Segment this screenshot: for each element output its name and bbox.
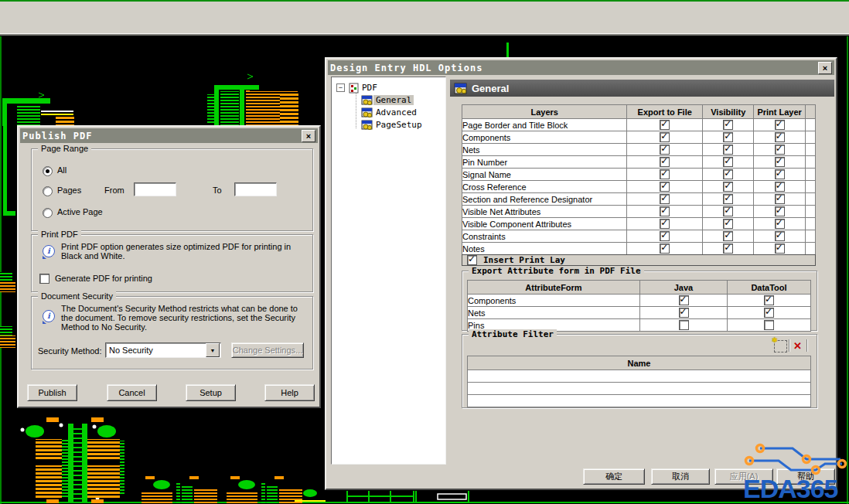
attribute-filter-group: Attribute Filter ✕ Name bbox=[462, 334, 817, 408]
checkbox[interactable] bbox=[723, 145, 733, 155]
page-range-active-radio[interactable] bbox=[43, 208, 53, 218]
checkbox-cell bbox=[627, 181, 703, 193]
table-row[interactable]: Components bbox=[462, 131, 816, 144]
checkbox-cell bbox=[754, 119, 805, 131]
checkbox[interactable] bbox=[679, 308, 689, 318]
checkbox[interactable] bbox=[679, 320, 689, 330]
table-row[interactable]: Cross Reference bbox=[462, 181, 816, 193]
checkbox[interactable] bbox=[723, 169, 733, 179]
checkbox-cell bbox=[703, 119, 754, 131]
checkbox-cell bbox=[754, 181, 805, 193]
checkbox[interactable] bbox=[660, 145, 670, 155]
checkbox[interactable] bbox=[775, 219, 785, 229]
checkbox[interactable] bbox=[723, 243, 733, 254]
tree-collapse-icon[interactable]: − bbox=[336, 83, 345, 92]
checkbox[interactable] bbox=[775, 120, 785, 130]
spacer-cell bbox=[805, 144, 815, 156]
checkbox[interactable] bbox=[723, 231, 733, 241]
empty-filter-row[interactable] bbox=[468, 370, 811, 383]
cancel-button[interactable]: Cancel bbox=[107, 384, 157, 401]
table-row[interactable]: Notes bbox=[462, 243, 816, 255]
checkbox[interactable] bbox=[775, 182, 785, 192]
checkbox[interactable] bbox=[679, 295, 689, 305]
change-settings-button[interactable]: Change Settings... bbox=[231, 342, 304, 358]
tree-item-general[interactable]: General bbox=[361, 94, 414, 106]
page-range-pages-radio[interactable] bbox=[43, 186, 53, 196]
checkbox[interactable] bbox=[775, 231, 785, 241]
checkbox[interactable] bbox=[723, 120, 733, 130]
setup-button[interactable]: Setup bbox=[186, 384, 236, 401]
checkbox[interactable] bbox=[660, 182, 670, 192]
generate-pdf-checkbox[interactable] bbox=[39, 274, 49, 284]
empty-cell bbox=[468, 370, 811, 383]
table-row[interactable]: Visible Component Attributes bbox=[462, 218, 816, 230]
options-title: Design Entry HDL Options bbox=[330, 63, 482, 73]
publish-close-button[interactable]: × bbox=[302, 130, 315, 142]
table-row[interactable]: Signal Name bbox=[462, 169, 816, 181]
tree-root-pdf[interactable]: − PDF bbox=[336, 82, 380, 94]
checkbox[interactable] bbox=[723, 132, 733, 142]
insert-print-label: Insert Print Lay bbox=[483, 255, 565, 265]
close-icon: × bbox=[306, 132, 311, 140]
table-row[interactable]: Constraints bbox=[462, 230, 816, 243]
checkbox-cell bbox=[754, 206, 805, 218]
checkbox[interactable] bbox=[775, 169, 785, 179]
checkbox[interactable] bbox=[723, 219, 733, 229]
checkbox[interactable] bbox=[764, 295, 774, 305]
checkbox[interactable] bbox=[764, 308, 774, 318]
from-input[interactable] bbox=[134, 182, 176, 196]
checkbox[interactable] bbox=[723, 194, 733, 204]
layer-name: Constraints bbox=[462, 230, 627, 243]
insert-print-checkbox[interactable] bbox=[467, 255, 477, 265]
checkbox[interactable] bbox=[660, 157, 670, 167]
cancel-button[interactable]: 取消 bbox=[651, 468, 710, 485]
checkbox[interactable] bbox=[660, 206, 670, 216]
checkbox[interactable] bbox=[775, 145, 785, 155]
empty-filter-row[interactable] bbox=[468, 383, 811, 395]
checkbox[interactable] bbox=[660, 231, 670, 241]
table-row[interactable]: Page Border and Title Block bbox=[462, 119, 816, 131]
checkbox[interactable] bbox=[723, 157, 733, 167]
help-button[interactable]: Help bbox=[264, 384, 315, 401]
table-row[interactable]: Nets bbox=[468, 307, 811, 319]
options-titlebar[interactable]: Design Entry HDL Options × bbox=[328, 60, 834, 75]
empty-filter-row[interactable] bbox=[468, 395, 811, 407]
checkbox[interactable] bbox=[775, 157, 785, 167]
tree-item-pagesetup[interactable]: PageSetup bbox=[361, 119, 424, 131]
checkbox[interactable] bbox=[764, 320, 774, 330]
tree-item-advanced[interactable]: Advanced bbox=[361, 107, 419, 118]
checkbox[interactable] bbox=[660, 219, 670, 229]
checkbox[interactable] bbox=[660, 194, 670, 204]
checkbox[interactable] bbox=[660, 132, 670, 142]
table-row[interactable]: Pin Number bbox=[462, 156, 816, 169]
tree-connector-line bbox=[356, 91, 356, 128]
checkbox[interactable] bbox=[723, 206, 733, 216]
checkbox[interactable] bbox=[660, 243, 670, 254]
table-row[interactable]: Section and Reference Designator bbox=[462, 193, 816, 206]
checkbox[interactable] bbox=[775, 194, 785, 204]
checkbox[interactable] bbox=[723, 182, 733, 192]
publish-button[interactable]: Publish bbox=[27, 384, 77, 401]
checkbox[interactable] bbox=[660, 120, 670, 130]
ok-button[interactable]: 确定 bbox=[583, 468, 645, 485]
chevron-down-icon[interactable]: ▼ bbox=[206, 343, 220, 357]
delete-filter-button[interactable]: ✕ bbox=[792, 340, 803, 351]
checkbox[interactable] bbox=[775, 243, 785, 254]
publish-pdf-titlebar[interactable]: Publish PDF × bbox=[20, 128, 318, 143]
new-filter-button[interactable] bbox=[774, 340, 787, 352]
table-row[interactable]: Nets bbox=[462, 144, 816, 156]
checkbox-cell bbox=[627, 243, 703, 255]
checkbox-cell bbox=[754, 243, 805, 255]
to-input[interactable] bbox=[234, 182, 277, 196]
checkbox[interactable] bbox=[775, 206, 785, 216]
page-range-all-radio[interactable] bbox=[43, 166, 53, 176]
table-row[interactable]: Visible Net Attributes bbox=[462, 206, 816, 218]
setup-button-label: Setup bbox=[199, 388, 222, 397]
checkbox[interactable] bbox=[775, 132, 785, 142]
checkbox[interactable] bbox=[660, 169, 670, 179]
table-row[interactable]: Components bbox=[468, 295, 811, 307]
checkbox-cell bbox=[703, 169, 754, 181]
options-close-button[interactable]: × bbox=[818, 62, 832, 74]
security-method-dropdown[interactable]: No Security ▼ bbox=[105, 342, 221, 358]
checkbox-cell bbox=[627, 230, 703, 243]
